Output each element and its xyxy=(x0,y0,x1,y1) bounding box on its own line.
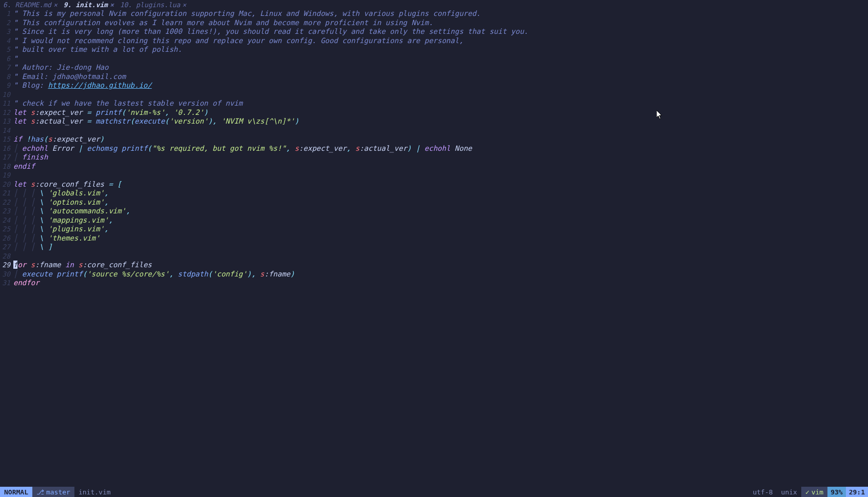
line-number: 5 xyxy=(0,45,10,54)
var: :core_conf_files xyxy=(83,261,152,269)
punct: ( xyxy=(208,270,212,278)
kw: let xyxy=(13,117,26,125)
comment: " xyxy=(13,54,17,63)
str: 'nvim-%s' xyxy=(126,108,165,116)
scope: s xyxy=(31,117,35,125)
str: 'config' xyxy=(213,270,247,278)
code-content[interactable]: " This is my personal Nvim configuration… xyxy=(11,9,868,487)
str: 'NVIM v\zs[^\n]*' xyxy=(221,117,295,125)
close-icon[interactable]: × xyxy=(182,1,186,9)
indent: │ │ │ xyxy=(13,189,40,197)
str: "%s required, but got nvim %s!" xyxy=(152,144,286,152)
line-number: 4 xyxy=(0,36,10,46)
tab-plugins-lua[interactable]: 10. plugins.lua × xyxy=(117,0,189,9)
indent: │ │ │ xyxy=(13,216,40,224)
check-icon: ✓ xyxy=(805,488,809,496)
close-icon[interactable]: × xyxy=(110,1,114,9)
punct: ) xyxy=(291,270,295,278)
kw: in xyxy=(61,261,79,269)
kw: endfor xyxy=(13,279,40,287)
comment: " built over time with a lot of polish. xyxy=(13,45,182,53)
close-icon[interactable]: × xyxy=(53,1,57,9)
indent: │ │ │ xyxy=(13,198,40,206)
comment: " This configuration evolves as I learn … xyxy=(13,18,433,27)
scope: s xyxy=(31,180,35,188)
blog-link[interactable]: https://jdhao.github.io/ xyxy=(48,81,151,89)
indent: │ xyxy=(13,144,22,152)
bs: \ xyxy=(40,216,48,224)
cursor-position: 29:1 xyxy=(846,487,868,497)
comma: , xyxy=(104,225,108,233)
punct: ] xyxy=(48,243,52,251)
bs: \ xyxy=(40,234,48,242)
line-number: 22 xyxy=(0,198,10,207)
punct: , xyxy=(165,108,173,116)
var: :actual_ver xyxy=(359,144,407,152)
line-number: 10 xyxy=(0,90,10,100)
comment: " I would not recommend cloning this rep… xyxy=(13,36,464,45)
line-number: 26 xyxy=(0,234,10,243)
line-number: 3 xyxy=(0,27,10,36)
branch-icon: ⎇ xyxy=(36,488,44,496)
kw: let xyxy=(13,108,26,116)
kw: endif xyxy=(13,162,35,170)
var: :actual_ver xyxy=(35,117,83,125)
var: :expect_ver xyxy=(52,135,100,143)
tab-num: 10. xyxy=(120,1,132,9)
line-number: 9 xyxy=(0,81,10,90)
punct: ) xyxy=(204,108,208,116)
tab-bar: 6. README.md × 9. init.vim × 10. plugins… xyxy=(0,0,868,9)
tab-init-vim[interactable]: 9. init.vim × xyxy=(61,0,117,9)
editor-area[interactable]: 1234567891011121314151617181920212223242… xyxy=(0,9,868,487)
str: 'plugins.vim' xyxy=(48,225,104,233)
var: :expect_ver xyxy=(299,144,346,152)
tab-num: 6. xyxy=(3,1,11,9)
op: = xyxy=(104,180,117,188)
var: :expect_ver xyxy=(35,108,83,116)
kw: echomsg xyxy=(83,144,122,152)
mode-indicator: NORMAL xyxy=(0,487,32,497)
indent: │ xyxy=(13,153,22,161)
fn: printf xyxy=(122,144,148,152)
line-number: 13 xyxy=(0,117,10,126)
line-number: 11 xyxy=(0,99,10,108)
ident: Error xyxy=(48,144,78,152)
bs: \ xyxy=(40,207,48,215)
punct: [ xyxy=(117,180,121,188)
var: :fname xyxy=(35,261,61,269)
indent: │ │ │ xyxy=(13,207,40,215)
kw: if xyxy=(13,135,22,143)
punct: , xyxy=(169,270,178,278)
fn: matchstr xyxy=(95,117,130,125)
comma: , xyxy=(104,189,108,197)
str: 'mappings.vim' xyxy=(48,216,108,224)
punct: ) xyxy=(247,270,251,278)
branch-name: master xyxy=(46,488,70,496)
line-number: 20 xyxy=(0,180,10,189)
fn: printf xyxy=(56,270,83,278)
comment: " Author: Jie-dong Hao xyxy=(13,63,108,71)
str: 'globals.vim' xyxy=(48,189,104,197)
punct: ) xyxy=(295,117,299,125)
scope: s xyxy=(48,135,52,143)
line-number: 17 xyxy=(0,153,10,162)
fileformat: unix xyxy=(777,487,801,497)
punct: ) xyxy=(100,135,104,143)
scope: s xyxy=(31,261,35,269)
kw: finish xyxy=(22,153,48,161)
punct: ( xyxy=(130,117,134,125)
kw: echohl xyxy=(22,144,48,152)
line-number: 7 xyxy=(0,63,10,72)
bs: \ xyxy=(40,225,48,233)
punct: , xyxy=(213,117,221,125)
filetype-label: vim xyxy=(812,488,823,496)
op: | xyxy=(78,144,82,152)
op: ! xyxy=(22,135,31,143)
line-number: 8 xyxy=(0,72,10,82)
str: 'version' xyxy=(169,117,208,125)
line-number: 19 xyxy=(0,171,10,180)
op: = xyxy=(83,117,95,125)
tab-readme[interactable]: 6. README.md × xyxy=(0,0,61,9)
line-number: 27 xyxy=(0,243,10,252)
line-number: 1 xyxy=(0,9,10,18)
